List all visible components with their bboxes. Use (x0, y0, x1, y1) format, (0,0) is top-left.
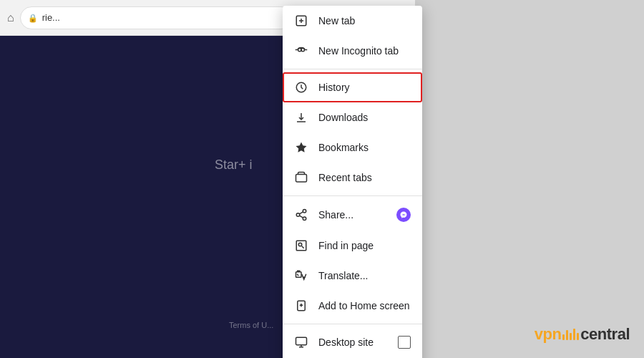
desktop-site-checkbox[interactable] (398, 336, 411, 349)
downloads-label: Downloads (318, 112, 411, 123)
menu-item-new-tab[interactable]: New tab (283, 6, 422, 36)
vpn-bar-3 (570, 333, 572, 340)
add-to-home-screen-label: Add to Home screen (318, 300, 411, 311)
downloads-icon (294, 111, 308, 124)
divider-3 (283, 324, 422, 324)
translate-label: Translate... (318, 270, 411, 281)
vpn-bar-5 (577, 333, 579, 340)
recent-tabs-icon (294, 171, 308, 184)
incognito-icon (294, 44, 308, 57)
translate-icon (294, 269, 308, 282)
messenger-badge (396, 208, 411, 222)
svg-line-16 (299, 212, 303, 214)
svg-line-15 (299, 216, 303, 218)
url-text: rie... (42, 12, 60, 23)
menu-item-desktop-site[interactable]: Desktop site (283, 327, 422, 357)
menu-item-new-incognito-tab[interactable]: New Incognito tab (283, 36, 422, 66)
menu-item-history[interactable]: History (283, 72, 422, 102)
new-tab-icon (294, 14, 308, 27)
lock-icon (28, 13, 38, 23)
share-label: Share... (318, 209, 386, 221)
find-in-page-icon (294, 239, 308, 252)
desktop-site-label: Desktop site (318, 337, 388, 348)
svg-point-19 (298, 243, 302, 246)
menu-item-downloads[interactable]: Downloads (283, 102, 422, 132)
menu-item-find-in-page[interactable]: Find in page (283, 231, 422, 261)
svg-rect-21 (296, 272, 302, 278)
menu-item-bookmarks[interactable]: Bookmarks (283, 132, 422, 163)
menu-item-share[interactable]: Share... (283, 199, 422, 231)
desktop-site-icon (294, 336, 308, 349)
share-icon (294, 208, 308, 221)
context-menu: New tab New Incognito tab History (283, 6, 422, 358)
vpn-central-watermark: vpn central (535, 325, 630, 344)
bookmarks-label: Bookmarks (318, 142, 411, 153)
vpn-bar-2 (566, 330, 568, 340)
menu-item-history-wrapper: History (283, 72, 422, 102)
recent-tabs-label: Recent tabs (318, 172, 411, 183)
gray-background-right (415, 0, 644, 358)
new-incognito-tab-label: New Incognito tab (318, 45, 411, 57)
svg-point-14 (303, 217, 306, 221)
page-content-text: Star+ i (215, 158, 253, 173)
svg-point-12 (303, 210, 306, 213)
svg-rect-11 (296, 175, 307, 183)
new-tab-label: New tab (318, 15, 411, 26)
svg-point-13 (296, 213, 300, 217)
vpn-bars-icon (562, 329, 579, 340)
vpn-bar-4 (573, 329, 575, 340)
menu-item-add-to-home-screen[interactable]: Add to Home screen (283, 291, 422, 321)
central-text: central (580, 325, 630, 344)
menu-item-translate[interactable]: Translate... (283, 261, 422, 291)
svg-marker-10 (296, 142, 307, 153)
find-in-page-label: Find in page (318, 240, 411, 251)
svg-line-24 (297, 274, 298, 276)
bookmarks-icon (294, 141, 308, 154)
history-label: History (318, 82, 411, 93)
history-icon (294, 81, 308, 94)
menu-item-recent-tabs[interactable]: Recent tabs (283, 163, 422, 193)
add-to-home-screen-icon (294, 299, 308, 312)
divider-2 (283, 195, 422, 196)
svg-line-20 (302, 246, 304, 248)
terms-text: Terms of U... (229, 321, 273, 329)
divider-1 (283, 69, 422, 69)
vpn-text: vpn (535, 325, 562, 344)
address-bar[interactable]: rie... (20, 6, 293, 29)
home-icon[interactable] (7, 11, 14, 24)
vpn-bar-1 (562, 334, 565, 340)
svg-rect-29 (296, 337, 307, 345)
